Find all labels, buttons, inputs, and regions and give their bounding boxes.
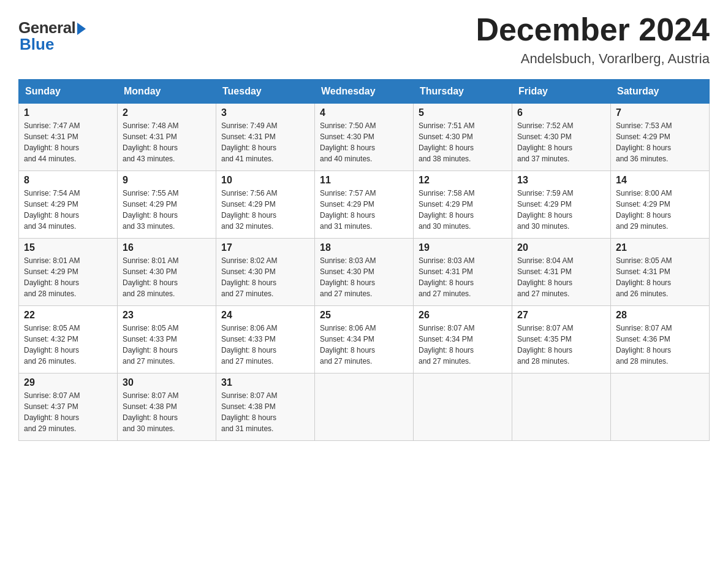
- day-info: Sunrise: 8:04 AM Sunset: 4:31 PM Dayligh…: [517, 255, 605, 299]
- day-info: Sunrise: 7:50 AM Sunset: 4:30 PM Dayligh…: [320, 120, 408, 164]
- calendar-day-cell: 12Sunrise: 7:58 AM Sunset: 4:29 PM Dayli…: [414, 171, 512, 239]
- day-info: Sunrise: 8:07 AM Sunset: 4:36 PM Dayligh…: [616, 323, 704, 367]
- day-info: Sunrise: 7:55 AM Sunset: 4:29 PM Dayligh…: [123, 188, 211, 232]
- day-of-week-header: Tuesday: [216, 80, 315, 104]
- day-number: 15: [24, 242, 112, 253]
- calendar-day-cell: 23Sunrise: 8:05 AM Sunset: 4:33 PM Dayli…: [118, 306, 216, 373]
- calendar-day-cell: 21Sunrise: 8:05 AM Sunset: 4:31 PM Dayli…: [611, 239, 710, 306]
- calendar-day-cell: 28Sunrise: 8:07 AM Sunset: 4:36 PM Dayli…: [611, 306, 710, 373]
- location-subtitle: Andelsbuch, Vorarlberg, Austria: [476, 51, 710, 67]
- calendar-day-cell: 13Sunrise: 7:59 AM Sunset: 4:29 PM Dayli…: [512, 171, 611, 239]
- day-number: 2: [123, 107, 211, 118]
- day-number: 31: [221, 377, 309, 388]
- calendar-day-cell: 7Sunrise: 7:53 AM Sunset: 4:29 PM Daylig…: [611, 104, 710, 171]
- day-info: Sunrise: 7:49 AM Sunset: 4:31 PM Dayligh…: [221, 120, 309, 164]
- day-of-week-header: Thursday: [414, 80, 512, 104]
- day-number: 30: [123, 377, 211, 388]
- day-number: 28: [616, 310, 704, 321]
- day-number: 13: [517, 175, 605, 186]
- calendar-table: SundayMondayTuesdayWednesdayThursdayFrid…: [18, 79, 710, 441]
- calendar-day-cell: 24Sunrise: 8:06 AM Sunset: 4:33 PM Dayli…: [216, 306, 315, 373]
- calendar-day-cell: 26Sunrise: 8:07 AM Sunset: 4:34 PM Dayli…: [414, 306, 512, 373]
- calendar-day-cell: [414, 373, 512, 441]
- logo: General Blue: [18, 18, 86, 54]
- day-number: 1: [24, 107, 112, 118]
- day-number: 4: [320, 107, 408, 118]
- day-info: Sunrise: 7:53 AM Sunset: 4:29 PM Dayligh…: [616, 120, 704, 164]
- day-number: 23: [123, 310, 211, 321]
- calendar-day-cell: [611, 373, 710, 441]
- day-of-week-header: Wednesday: [315, 80, 414, 104]
- calendar-day-cell: 10Sunrise: 7:56 AM Sunset: 4:29 PM Dayli…: [216, 171, 315, 239]
- calendar-day-cell: 6Sunrise: 7:52 AM Sunset: 4:30 PM Daylig…: [512, 104, 611, 171]
- calendar-day-cell: 8Sunrise: 7:54 AM Sunset: 4:29 PM Daylig…: [19, 171, 118, 239]
- day-number: 21: [616, 242, 704, 253]
- day-info: Sunrise: 7:59 AM Sunset: 4:29 PM Dayligh…: [517, 188, 605, 232]
- calendar-day-cell: 30Sunrise: 8:07 AM Sunset: 4:38 PM Dayli…: [118, 373, 216, 441]
- calendar-week-row: 22Sunrise: 8:05 AM Sunset: 4:32 PM Dayli…: [19, 306, 710, 373]
- calendar-week-row: 8Sunrise: 7:54 AM Sunset: 4:29 PM Daylig…: [19, 171, 710, 239]
- calendar-day-cell: 5Sunrise: 7:51 AM Sunset: 4:30 PM Daylig…: [414, 104, 512, 171]
- day-number: 17: [221, 242, 309, 253]
- page-header: General Blue December 2024 Andelsbuch, V…: [18, 12, 710, 67]
- month-title: December 2024: [476, 12, 710, 47]
- day-info: Sunrise: 8:03 AM Sunset: 4:31 PM Dayligh…: [419, 255, 507, 299]
- day-number: 5: [419, 107, 507, 118]
- day-info: Sunrise: 8:05 AM Sunset: 4:31 PM Dayligh…: [616, 255, 704, 299]
- calendar-day-cell: 20Sunrise: 8:04 AM Sunset: 4:31 PM Dayli…: [512, 239, 611, 306]
- day-number: 19: [419, 242, 507, 253]
- calendar-week-row: 29Sunrise: 8:07 AM Sunset: 4:37 PM Dayli…: [19, 373, 710, 441]
- calendar-day-cell: 18Sunrise: 8:03 AM Sunset: 4:30 PM Dayli…: [315, 239, 414, 306]
- calendar-day-cell: 31Sunrise: 8:07 AM Sunset: 4:38 PM Dayli…: [216, 373, 315, 441]
- day-info: Sunrise: 7:56 AM Sunset: 4:29 PM Dayligh…: [221, 188, 309, 232]
- calendar-day-cell: 27Sunrise: 8:07 AM Sunset: 4:35 PM Dayli…: [512, 306, 611, 373]
- day-number: 29: [24, 377, 112, 388]
- day-info: Sunrise: 7:47 AM Sunset: 4:31 PM Dayligh…: [24, 120, 112, 164]
- calendar-day-cell: 9Sunrise: 7:55 AM Sunset: 4:29 PM Daylig…: [118, 171, 216, 239]
- day-number: 25: [320, 310, 408, 321]
- calendar-day-cell: 14Sunrise: 8:00 AM Sunset: 4:29 PM Dayli…: [611, 171, 710, 239]
- day-info: Sunrise: 8:01 AM Sunset: 4:30 PM Dayligh…: [123, 255, 211, 299]
- day-number: 12: [419, 175, 507, 186]
- day-number: 8: [24, 175, 112, 186]
- calendar-day-cell: 29Sunrise: 8:07 AM Sunset: 4:37 PM Dayli…: [19, 373, 118, 441]
- day-info: Sunrise: 7:54 AM Sunset: 4:29 PM Dayligh…: [24, 188, 112, 232]
- logo-arrow-icon: [77, 23, 86, 35]
- day-number: 26: [419, 310, 507, 321]
- day-info: Sunrise: 7:51 AM Sunset: 4:30 PM Dayligh…: [419, 120, 507, 164]
- day-number: 11: [320, 175, 408, 186]
- calendar-day-cell: 11Sunrise: 7:57 AM Sunset: 4:29 PM Dayli…: [315, 171, 414, 239]
- day-number: 6: [517, 107, 605, 118]
- day-info: Sunrise: 8:06 AM Sunset: 4:34 PM Dayligh…: [320, 323, 408, 367]
- day-number: 18: [320, 242, 408, 253]
- calendar-day-cell: 4Sunrise: 7:50 AM Sunset: 4:30 PM Daylig…: [315, 104, 414, 171]
- day-info: Sunrise: 8:05 AM Sunset: 4:33 PM Dayligh…: [123, 323, 211, 367]
- day-number: 22: [24, 310, 112, 321]
- day-of-week-header: Sunday: [19, 80, 118, 104]
- day-info: Sunrise: 7:58 AM Sunset: 4:29 PM Dayligh…: [419, 188, 507, 232]
- title-area: December 2024 Andelsbuch, Vorarlberg, Au…: [476, 12, 710, 67]
- calendar-week-row: 1Sunrise: 7:47 AM Sunset: 4:31 PM Daylig…: [19, 104, 710, 171]
- calendar-day-cell: 19Sunrise: 8:03 AM Sunset: 4:31 PM Dayli…: [414, 239, 512, 306]
- day-info: Sunrise: 8:01 AM Sunset: 4:29 PM Dayligh…: [24, 255, 112, 299]
- calendar-day-cell: [315, 373, 414, 441]
- day-number: 9: [123, 175, 211, 186]
- day-number: 10: [221, 175, 309, 186]
- day-info: Sunrise: 8:05 AM Sunset: 4:32 PM Dayligh…: [24, 323, 112, 367]
- day-info: Sunrise: 8:02 AM Sunset: 4:30 PM Dayligh…: [221, 255, 309, 299]
- calendar-day-cell: 17Sunrise: 8:02 AM Sunset: 4:30 PM Dayli…: [216, 239, 315, 306]
- calendar-day-cell: 22Sunrise: 8:05 AM Sunset: 4:32 PM Dayli…: [19, 306, 118, 373]
- calendar-week-row: 15Sunrise: 8:01 AM Sunset: 4:29 PM Dayli…: [19, 239, 710, 306]
- day-number: 24: [221, 310, 309, 321]
- calendar-header-row: SundayMondayTuesdayWednesdayThursdayFrid…: [19, 80, 710, 104]
- day-info: Sunrise: 8:03 AM Sunset: 4:30 PM Dayligh…: [320, 255, 408, 299]
- logo-blue-text: Blue: [20, 35, 54, 54]
- day-info: Sunrise: 8:07 AM Sunset: 4:37 PM Dayligh…: [24, 390, 112, 434]
- day-number: 16: [123, 242, 211, 253]
- day-of-week-header: Saturday: [611, 80, 710, 104]
- day-of-week-header: Friday: [512, 80, 611, 104]
- day-info: Sunrise: 7:48 AM Sunset: 4:31 PM Dayligh…: [123, 120, 211, 164]
- day-info: Sunrise: 8:06 AM Sunset: 4:33 PM Dayligh…: [221, 323, 309, 367]
- day-number: 20: [517, 242, 605, 253]
- day-number: 3: [221, 107, 309, 118]
